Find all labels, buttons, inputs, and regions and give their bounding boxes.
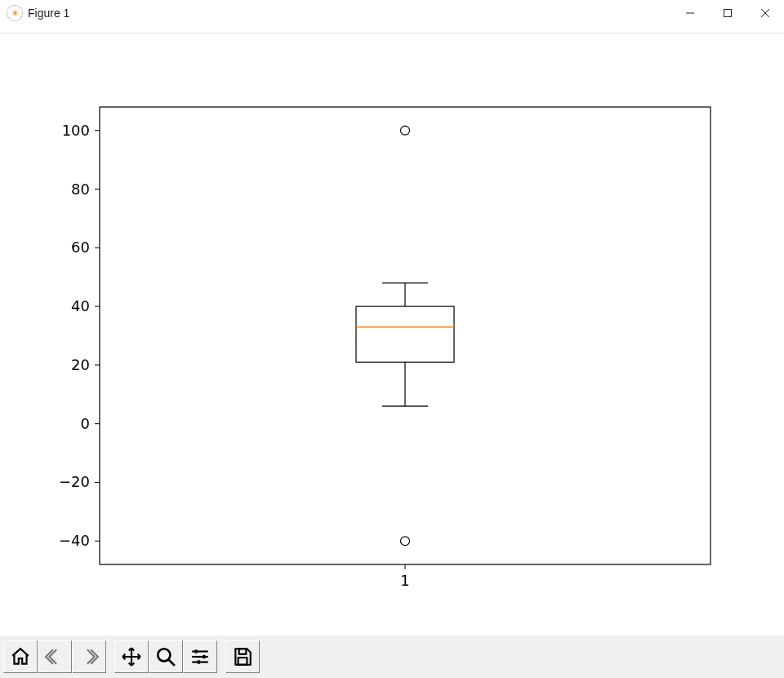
window-title: Figure 1 [28, 7, 69, 20]
svg-rect-11 [198, 660, 200, 663]
home-button[interactable] [3, 640, 38, 673]
save-button[interactable] [225, 640, 260, 673]
sliders-icon [189, 646, 211, 667]
y-tick-label: −40 [59, 532, 90, 549]
save-icon [232, 646, 253, 667]
svg-rect-12 [239, 649, 247, 654]
maximize-icon [723, 8, 733, 18]
zoom-icon [155, 646, 176, 667]
y-tick-label: −20 [59, 473, 90, 490]
titlebar-left: ✳ Figure 1 [7, 5, 69, 21]
outlier-point [401, 126, 410, 135]
figure-canvas[interactable]: −40−200204060801001 [0, 33, 784, 636]
pan-button[interactable] [114, 640, 149, 673]
svg-rect-10 [203, 655, 205, 658]
svg-point-4 [158, 649, 170, 661]
navigation-toolbar [0, 636, 784, 678]
configure-subplots-button[interactable] [183, 640, 217, 673]
y-tick-label: 80 [71, 181, 90, 198]
figure-window: ✳ Figure 1 −40−2002040608 [0, 0, 784, 678]
back-arrow-icon [44, 646, 65, 667]
app-icon: ✳ [7, 5, 23, 21]
toolbar-group-2 [114, 640, 217, 673]
outlier-point [401, 537, 410, 546]
box [356, 306, 454, 362]
x-tick-label: 1 [400, 572, 409, 589]
y-tick-label: 40 [71, 297, 90, 314]
back-button[interactable] [38, 640, 72, 673]
zoom-button[interactable] [149, 640, 183, 673]
forward-arrow-icon [78, 646, 100, 667]
close-button[interactable] [746, 0, 784, 26]
y-tick-label: 20 [71, 356, 90, 373]
y-tick-label: 100 [62, 122, 90, 139]
minimize-icon [685, 8, 695, 18]
svg-rect-1 [724, 10, 732, 17]
minimize-button[interactable] [671, 0, 709, 26]
home-icon [10, 646, 31, 667]
toolbar-group-3 [225, 640, 260, 673]
forward-button[interactable] [72, 640, 106, 673]
svg-line-5 [168, 659, 175, 666]
close-icon [760, 8, 770, 18]
toolbar-group-1 [3, 640, 106, 673]
y-tick-label: 60 [71, 239, 90, 256]
y-tick-label: 0 [81, 415, 90, 432]
titlebar: ✳ Figure 1 [0, 0, 784, 26]
svg-rect-13 [238, 658, 247, 665]
window-controls [671, 0, 784, 26]
boxplot-chart: −40−200204060801001 [0, 33, 784, 630]
svg-rect-9 [195, 649, 198, 653]
pan-icon [121, 646, 142, 667]
maximize-button[interactable] [709, 0, 746, 26]
